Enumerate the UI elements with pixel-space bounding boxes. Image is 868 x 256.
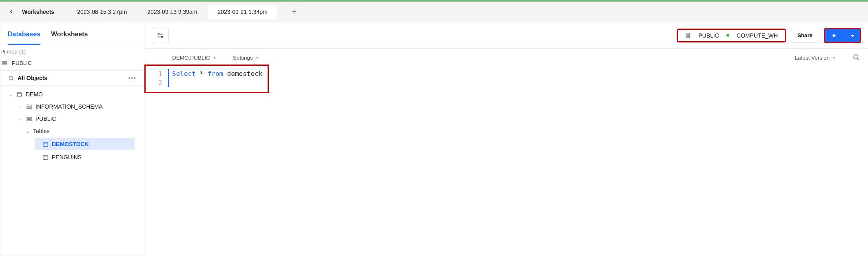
caret-down-icon: ▼	[255, 56, 259, 60]
svg-line-5	[12, 79, 13, 80]
worksheet-tab-bar: Worksheets 2023-08-15 3:27pm2023-09-13 9…	[0, 2, 868, 22]
tree-node-label: PENGUINS	[52, 154, 82, 160]
back-button[interactable]	[6, 6, 17, 18]
pinned-item-label: PUBLIC	[12, 60, 32, 66]
more-icon[interactable]: •••	[128, 75, 137, 81]
svg-rect-3	[2, 63, 7, 65]
svg-rect-7	[27, 105, 31, 106]
editor-gutter: 12	[144, 67, 168, 90]
chevron-down-icon: ⌄	[8, 92, 13, 97]
svg-rect-8	[27, 107, 31, 108]
svg-point-22	[687, 34, 689, 36]
tree-node-schema[interactable]: › INFORMATION_SCHEMA	[0, 100, 144, 113]
tree-node-label: INFORMATION_SCHEMA	[35, 103, 103, 110]
caret-down-icon: ▼	[213, 56, 217, 60]
worksheet-tab[interactable]: 2023-09-21 1:34pm	[208, 4, 277, 19]
version-dropdown[interactable]: Latest Version ▼	[795, 55, 836, 61]
settings-dropdown[interactable]: Settings ▼	[233, 55, 259, 61]
search-icon[interactable]	[852, 53, 860, 62]
svg-rect-9	[27, 117, 31, 118]
svg-point-6	[17, 92, 21, 93]
worksheet-tab[interactable]: 2023-09-13 9:39am	[137, 4, 207, 19]
schema-icon	[1, 60, 8, 66]
worksheet-panel: PUBLIC COMPUTE_WH Share DEMO.PUBLIC	[144, 22, 868, 256]
svg-rect-2	[2, 61, 7, 62]
new-tab-button[interactable]	[288, 5, 300, 19]
schema-context-label: DEMO.PUBLIC	[172, 55, 210, 61]
chevron-down-icon: ⌄	[25, 129, 30, 134]
run-button[interactable]	[824, 28, 844, 43]
tree-node-label: DEMO	[26, 91, 43, 98]
svg-point-17	[158, 33, 159, 35]
tree-node-tables-folder[interactable]: ⌄ Tables	[0, 125, 144, 137]
version-label: Latest Version	[795, 55, 830, 61]
context-warehouse-label: COMPUTE_WH	[737, 32, 778, 39]
object-tree: ⌄ DEMO › INFORMATION_SCHEMA ⌄	[0, 86, 144, 256]
context-role-label: PUBLIC	[698, 32, 719, 39]
chevron-right-icon: ›	[18, 104, 22, 109]
panel-toggle-button[interactable]	[152, 27, 169, 44]
svg-point-4	[9, 76, 13, 80]
all-objects-label[interactable]: All Objects	[18, 75, 125, 81]
database-icon	[16, 91, 22, 98]
svg-rect-14	[43, 155, 47, 159]
table-icon	[42, 154, 49, 160]
tree-node-database[interactable]: ⌄ DEMO	[0, 88, 144, 100]
tab-databases[interactable]: Databases	[8, 31, 40, 45]
svg-rect-10	[27, 119, 31, 120]
search-icon[interactable]	[8, 75, 14, 81]
tree-node-label: DEMOSTOCK	[52, 141, 89, 147]
share-button[interactable]: Share	[790, 28, 820, 43]
status-dot-icon	[726, 34, 729, 37]
pinned-count: (1)	[19, 49, 26, 55]
table-icon	[42, 141, 49, 147]
tree-node-label: PUBLIC	[35, 116, 56, 122]
pinned-item[interactable]: PUBLIC	[0, 55, 144, 69]
worksheet-options-bar: DEMO.PUBLIC ▼ Settings ▼ Latest Version …	[144, 49, 868, 67]
tree-node-table[interactable]: DEMOSTOCK	[35, 138, 135, 150]
run-dropdown-button[interactable]	[844, 28, 861, 43]
caret-down-icon: ▼	[832, 56, 836, 60]
object-explorer-panel: Databases Worksheets Pinned (1) PUBLIC A…	[0, 22, 144, 256]
schema-icon	[26, 103, 32, 110]
pinned-section: Pinned (1) PUBLIC	[0, 45, 144, 71]
tree-node-table[interactable]: PENGUINS	[0, 151, 144, 163]
settings-label: Settings	[233, 55, 253, 61]
tab-worksheets[interactable]: Worksheets	[51, 31, 88, 45]
worksheet-tab[interactable]: 2023-08-15 3:27pm	[67, 4, 137, 19]
breadcrumb-title[interactable]: Worksheets	[20, 9, 57, 15]
svg-rect-11	[43, 142, 47, 146]
schema-context-dropdown[interactable]: DEMO.PUBLIC ▼	[172, 55, 217, 61]
chevron-down-icon: ⌄	[18, 116, 22, 122]
worksheet-toolbar: PUBLIC COMPUTE_WH Share	[144, 22, 868, 49]
schema-icon	[26, 116, 32, 122]
svg-line-25	[857, 58, 859, 60]
svg-point-24	[854, 55, 858, 59]
pinned-label: Pinned	[0, 49, 18, 55]
editor-code-area[interactable]: Select * from demostock	[168, 67, 263, 90]
tree-node-schema[interactable]: ⌄ PUBLIC	[0, 113, 144, 125]
context-selector[interactable]: PUBLIC COMPUTE_WH	[677, 29, 786, 42]
tree-node-label: Tables	[33, 128, 49, 134]
sql-editor[interactable]: 12 Select * from demostock	[144, 67, 868, 90]
editor-cursor	[168, 69, 169, 87]
svg-marker-23	[833, 33, 836, 37]
svg-point-19	[162, 36, 163, 37]
